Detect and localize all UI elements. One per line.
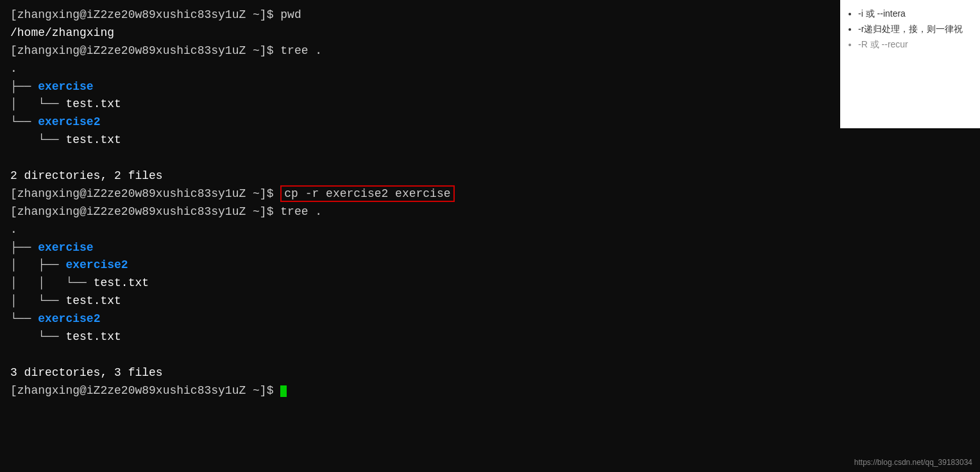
tree-line-3: └── exercise2 xyxy=(10,114,830,131)
prompt-cp: [zhangxing@iZ2ze20w89xushic83sy1uZ ~]$ xyxy=(10,187,280,200)
tree2-line-3: │ │ └── test.txt xyxy=(10,274,830,292)
prompt-last: [zhangxing@iZ2ze20w89xushic83sy1uZ ~]$ xyxy=(10,384,280,397)
file-test4: test.txt xyxy=(65,294,121,307)
terminal-line-4: . xyxy=(10,60,830,78)
prompt-2: [zhangxing@iZ2ze20w89xushic83sy1uZ ~]$ xyxy=(10,44,280,57)
terminal-last-line: [zhangxing@iZ2ze20w89xushic83sy1uZ ~]$ xyxy=(10,382,830,400)
prompt-tree2: [zhangxing@iZ2ze20w89xushic83sy1uZ ~]$ xyxy=(10,205,280,218)
terminal-line-1: [zhangxing@iZ2ze20w89xushic83sy1uZ ~]$ p… xyxy=(10,6,830,24)
tree-line-4: └── test.txt xyxy=(10,131,830,149)
terminal-line-dot2: . xyxy=(10,221,830,239)
blank-2 xyxy=(10,346,830,364)
terminal: [zhangxing@iZ2ze20w89xushic83sy1uZ ~]$ p… xyxy=(0,0,840,472)
sidebar-list: -i 或 --intera -r递归处理，接，则一律祝 -R 或 --recur xyxy=(848,6,972,52)
dir-count-2: 3 directories, 3 files xyxy=(10,366,163,379)
sidebar: -i 或 --intera -r递归处理，接，则一律祝 -R 或 --recur xyxy=(840,0,980,128)
footer-url: https://blog.csdn.net/qq_39183034 xyxy=(854,458,972,467)
terminal-line-2: /home/zhangxing xyxy=(10,24,830,42)
tree2-line-5: └── exercise2 xyxy=(10,310,830,328)
dir-exercise2-2: exercise2 xyxy=(65,258,128,271)
terminal-line-tree2: [zhangxing@iZ2ze20w89xushic83sy1uZ ~]$ t… xyxy=(10,203,830,221)
dot-2: . xyxy=(10,223,17,236)
cp-command: cp -r exercise2 exercise xyxy=(280,185,454,202)
cmd-tree2: tree . xyxy=(280,205,322,218)
tree-line-2: │ └── test.txt xyxy=(10,96,830,114)
dir-exercise2-3: exercise2 xyxy=(38,312,100,325)
cmd-1: pwd xyxy=(280,8,301,21)
file-test1: test.txt xyxy=(65,97,121,110)
dir-exercise2-1: exercise2 xyxy=(38,115,100,128)
cmd-2: tree . xyxy=(280,44,322,57)
summary-2: 3 directories, 3 files xyxy=(10,364,830,382)
file-test5: test.txt xyxy=(65,330,121,343)
sidebar-item-3: -R 或 --recur xyxy=(858,37,972,53)
blank-1 xyxy=(10,149,830,167)
sidebar-item-1: -i 或 --intera xyxy=(858,6,972,22)
file-test2: test.txt xyxy=(65,133,121,146)
sidebar-item-2: -r递归处理，接，则一律祝 xyxy=(858,22,972,37)
dir-exercise-1: exercise xyxy=(38,80,93,93)
terminal-line-cp: [zhangxing@iZ2ze20w89xushic83sy1uZ ~]$ c… xyxy=(10,185,830,203)
tree2-line-4: │ └── test.txt xyxy=(10,292,830,310)
tree-line-1: ├── exercise xyxy=(10,78,830,96)
tree2-line-2: │ ├── exercise2 xyxy=(10,257,830,274)
terminal-line-3: [zhangxing@iZ2ze20w89xushic83sy1uZ ~]$ t… xyxy=(10,42,830,60)
tree2-line-6: └── test.txt xyxy=(10,328,830,346)
dir-exercise-2: exercise xyxy=(38,241,93,254)
tree2-line-1: ├── exercise xyxy=(10,239,830,257)
output-pwd: /home/zhangxing xyxy=(10,26,114,39)
file-test3: test.txt xyxy=(94,276,149,289)
dir-count-1: 2 directories, 2 files xyxy=(10,169,163,182)
prompt-1: [zhangxing@iZ2ze20w89xushic83sy1uZ ~]$ xyxy=(10,8,280,21)
cursor xyxy=(280,385,287,397)
summary-1: 2 directories, 2 files xyxy=(10,167,830,185)
dot-1: . xyxy=(10,62,17,75)
